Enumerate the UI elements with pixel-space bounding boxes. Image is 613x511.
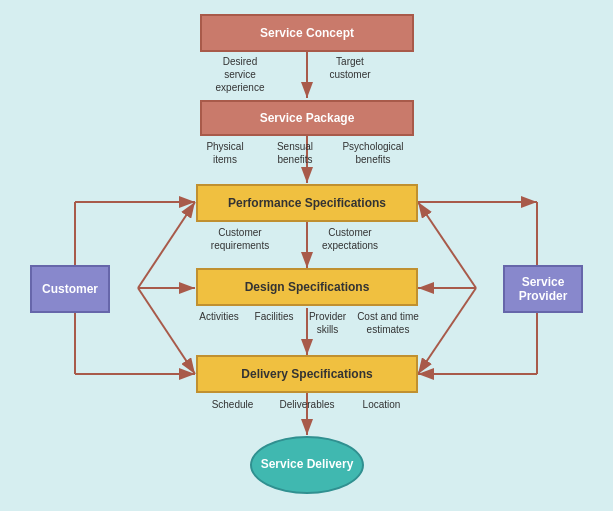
svg-line-10 [418, 202, 476, 288]
facilities-label: Facilities [248, 310, 300, 323]
delivery-specs-label: Delivery Specifications [241, 367, 372, 381]
customer-label: Customer [42, 282, 98, 296]
cost-time-label: Cost and time estimates [353, 310, 423, 336]
customer-box: Customer [30, 265, 110, 313]
delivery-specs-box: Delivery Specifications [196, 355, 418, 393]
psychological-benefits-label: Psychological benefits [333, 140, 413, 166]
service-provider-label: Service Provider [505, 275, 581, 303]
customer-requirements-label: Customer requirements [200, 226, 280, 252]
physical-items-label: Physical items [195, 140, 255, 166]
service-concept-box: Service Concept [200, 14, 414, 52]
sensual-benefits-label: Sensual benefits [265, 140, 325, 166]
service-concept-label: Service Concept [260, 26, 354, 40]
service-delivery-box: Service Delivery [250, 436, 364, 494]
desired-service-label: Desired service experience [200, 55, 280, 94]
activities-label: Activities [193, 310, 245, 323]
service-package-label: Service Package [260, 111, 355, 125]
performance-specs-label: Performance Specifications [228, 196, 386, 210]
service-package-box: Service Package [200, 100, 414, 136]
provider-skills-label: Provider skills [300, 310, 355, 336]
schedule-label: Schedule [205, 398, 260, 411]
deliverables-label: Deliverables [272, 398, 342, 411]
svg-line-7 [138, 202, 195, 288]
service-provider-box: Service Provider [503, 265, 583, 313]
svg-line-9 [138, 288, 195, 374]
location-label: Location [354, 398, 409, 411]
design-specs-label: Design Specifications [245, 280, 370, 294]
customer-expectations-label: Customer expectations [310, 226, 390, 252]
arrows-svg [0, 0, 613, 511]
service-delivery-label: Service Delivery [261, 457, 354, 473]
diagram: Service Concept Desired service experien… [0, 0, 613, 511]
performance-specs-box: Performance Specifications [196, 184, 418, 222]
svg-line-12 [418, 288, 476, 374]
target-customer-label: Target customer [315, 55, 385, 81]
design-specs-box: Design Specifications [196, 268, 418, 306]
